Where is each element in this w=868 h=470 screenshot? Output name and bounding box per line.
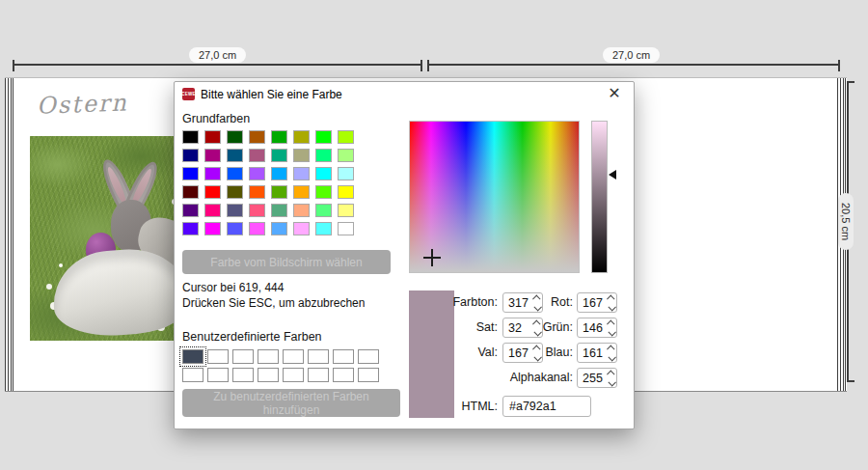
basic-color-swatch[interactable] bbox=[249, 185, 265, 199]
basic-color-swatch[interactable] bbox=[204, 185, 221, 199]
ruler-horizontal-left bbox=[13, 64, 422, 66]
basic-color-swatch[interactable] bbox=[249, 130, 265, 144]
basic-color-swatch[interactable] bbox=[182, 204, 199, 217]
basic-color-swatch[interactable] bbox=[204, 149, 221, 162]
spin-up-icon[interactable] bbox=[607, 345, 614, 352]
red-spinbox[interactable] bbox=[577, 292, 617, 313]
blue-label: Blau: bbox=[496, 346, 573, 359]
spin-up-icon[interactable] bbox=[607, 370, 614, 377]
custom-color-swatch[interactable] bbox=[358, 368, 379, 382]
blue-spin-buttons[interactable] bbox=[606, 346, 616, 361]
red-input[interactable] bbox=[578, 296, 606, 310]
hue-saturation-field[interactable] bbox=[409, 121, 580, 273]
alpha-spinbox[interactable] bbox=[577, 368, 617, 388]
basic-color-swatch[interactable] bbox=[227, 204, 243, 217]
basic-color-swatch[interactable] bbox=[249, 149, 265, 162]
green-spinbox[interactable] bbox=[577, 318, 617, 338]
basic-color-swatch[interactable] bbox=[227, 185, 243, 199]
basic-color-swatch[interactable] bbox=[271, 222, 287, 235]
alpha-input[interactable] bbox=[578, 372, 606, 385]
basic-color-swatch[interactable] bbox=[204, 130, 221, 144]
basic-color-swatch[interactable] bbox=[182, 130, 199, 144]
custom-color-swatch[interactable] bbox=[232, 349, 254, 364]
basic-color-swatch[interactable] bbox=[182, 149, 199, 162]
alpha-spin-buttons[interactable] bbox=[606, 371, 616, 386]
custom-color-swatch[interactable] bbox=[258, 368, 279, 382]
basic-color-swatch[interactable] bbox=[293, 204, 310, 217]
custom-color-swatch[interactable] bbox=[182, 368, 203, 382]
value-slider[interactable] bbox=[591, 121, 608, 273]
dialog-title: Bitte wählen Sie eine Farbe bbox=[201, 88, 342, 101]
basic-color-swatch[interactable] bbox=[204, 204, 221, 217]
spin-up-icon[interactable] bbox=[607, 319, 614, 327]
custom-color-swatch[interactable] bbox=[333, 349, 354, 364]
basic-color-swatch[interactable] bbox=[182, 167, 199, 180]
basic-color-swatch[interactable] bbox=[293, 167, 310, 180]
custom-color-swatch[interactable] bbox=[182, 349, 203, 364]
basic-color-swatch[interactable] bbox=[271, 204, 287, 217]
spin-down-icon[interactable] bbox=[608, 353, 615, 361]
red-spin-buttons[interactable] bbox=[606, 295, 616, 311]
easter-basket bbox=[50, 245, 184, 340]
blue-spinbox[interactable] bbox=[577, 343, 617, 363]
custom-color-swatch[interactable] bbox=[358, 349, 379, 364]
blue-input[interactable] bbox=[578, 346, 606, 360]
basic-color-swatch[interactable] bbox=[204, 167, 221, 180]
basic-color-swatch[interactable] bbox=[293, 185, 310, 199]
spin-down-icon[interactable] bbox=[608, 303, 615, 311]
basic-color-swatch[interactable] bbox=[338, 185, 354, 199]
custom-colors-grid bbox=[182, 349, 379, 382]
pick-from-screen-button[interactable]: Farbe vom Bildschirm wählen bbox=[182, 250, 391, 274]
basic-color-swatch[interactable] bbox=[293, 130, 310, 144]
basic-color-swatch[interactable] bbox=[271, 167, 287, 180]
basic-color-swatch[interactable] bbox=[315, 222, 332, 235]
basic-color-swatch[interactable] bbox=[315, 149, 332, 162]
basic-color-swatch[interactable] bbox=[182, 185, 199, 199]
spin-down-icon[interactable] bbox=[608, 328, 615, 336]
basic-color-swatch[interactable] bbox=[293, 149, 310, 162]
basic-color-swatch[interactable] bbox=[204, 222, 221, 235]
close-icon[interactable]: ✕ bbox=[605, 84, 624, 103]
slider-arrow-icon[interactable] bbox=[609, 170, 616, 180]
custom-color-swatch[interactable] bbox=[207, 349, 229, 364]
custom-color-swatch[interactable] bbox=[283, 349, 304, 364]
green-input[interactable] bbox=[578, 321, 606, 335]
crosshair-icon[interactable] bbox=[423, 249, 441, 266]
html-color-input[interactable] bbox=[502, 396, 591, 417]
custom-color-swatch[interactable] bbox=[283, 368, 304, 382]
custom-color-swatch[interactable] bbox=[308, 368, 329, 382]
basic-color-swatch[interactable] bbox=[315, 130, 332, 144]
basic-color-swatch[interactable] bbox=[338, 204, 354, 217]
add-custom-color-button[interactable]: Zu benutzerdefinierten Farben hinzufügen bbox=[182, 389, 400, 417]
custom-color-swatch[interactable] bbox=[207, 368, 229, 382]
basic-color-swatch[interactable] bbox=[271, 149, 287, 162]
basic-color-swatch[interactable] bbox=[182, 222, 199, 235]
basic-color-swatch[interactable] bbox=[315, 167, 332, 180]
basic-color-swatch[interactable] bbox=[227, 222, 243, 235]
page-text-ostern[interactable]: Ostern bbox=[37, 89, 129, 119]
custom-color-swatch[interactable] bbox=[333, 368, 354, 382]
basic-color-swatch[interactable] bbox=[271, 185, 287, 199]
ruler-horizontal-right bbox=[427, 64, 840, 66]
basic-color-swatch[interactable] bbox=[338, 130, 354, 144]
basic-color-swatch[interactable] bbox=[315, 185, 332, 199]
basic-color-swatch[interactable] bbox=[249, 222, 265, 235]
basic-color-swatch[interactable] bbox=[271, 130, 287, 144]
basic-color-swatch[interactable] bbox=[227, 130, 243, 144]
green-spin-buttons[interactable] bbox=[606, 320, 616, 336]
easter-photo[interactable] bbox=[30, 136, 184, 341]
basic-color-swatch[interactable] bbox=[293, 222, 310, 235]
basic-color-swatch[interactable] bbox=[338, 222, 354, 235]
basic-color-swatch[interactable] bbox=[227, 167, 243, 180]
basic-color-swatch[interactable] bbox=[249, 167, 265, 180]
spin-up-icon[interactable] bbox=[607, 294, 614, 302]
basic-color-swatch[interactable] bbox=[227, 149, 243, 162]
custom-color-swatch[interactable] bbox=[308, 349, 329, 364]
custom-color-swatch[interactable] bbox=[232, 368, 254, 382]
basic-color-swatch[interactable] bbox=[338, 149, 354, 162]
custom-color-swatch[interactable] bbox=[258, 349, 279, 364]
basic-color-swatch[interactable] bbox=[249, 204, 265, 217]
basic-color-swatch[interactable] bbox=[315, 204, 332, 217]
basic-color-swatch[interactable] bbox=[338, 167, 354, 180]
spin-down-icon[interactable] bbox=[608, 378, 615, 386]
